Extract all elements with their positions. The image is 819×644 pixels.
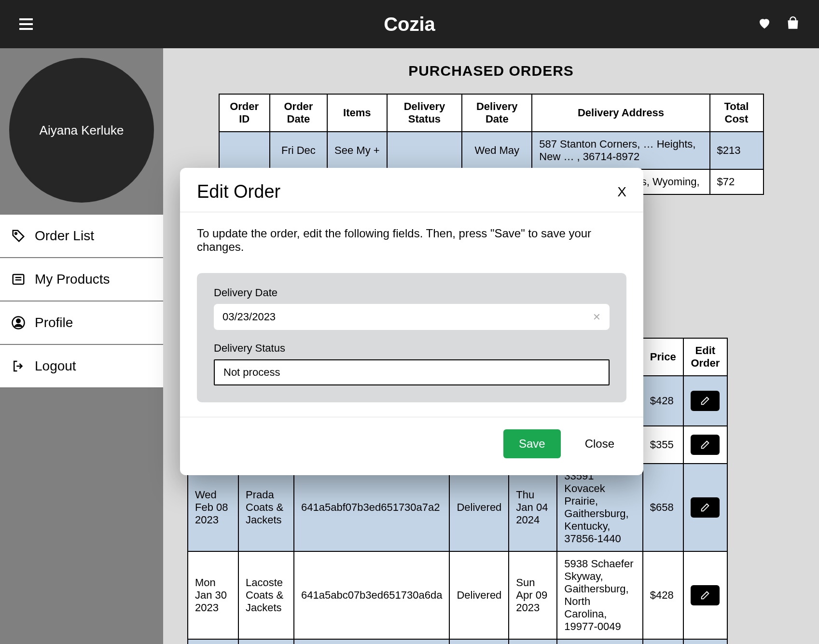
col-delivery-status: Delivery Status [387,94,462,132]
col-delivery-address: Delivery Address [532,94,709,132]
modal-description: To update the order, edit the following … [197,227,626,254]
delivery-date-label: Delivery Date [214,287,610,299]
col-price: Price [643,338,683,376]
col-delivery-date: Delivery Date [462,94,532,132]
header-icons [757,16,800,32]
shopping-bag-icon[interactable] [786,16,800,32]
col-items: Items [327,94,387,132]
col-edit-order: Edit Order [683,338,727,376]
delivery-date-input[interactable] [222,311,593,323]
user-name: Aiyana Kerluke [40,123,124,138]
edit-order-form: Delivery Date ✕ Delivery Status [197,273,626,402]
edit-order-button[interactable] [691,435,720,455]
sidebar-item-my-products[interactable]: My Products [0,258,163,301]
svg-point-0 [15,233,17,234]
edit-order-modal: Edit Order X To update the order, edit t… [180,168,643,475]
table-row: Wed Feb 08 2023 Prada Coats & Jackets 64… [188,464,727,551]
col-order-id: Order ID [219,94,270,132]
tag-icon [11,228,26,244]
nav-label: Order List [35,228,94,244]
svg-point-5 [16,319,20,323]
col-order-date: Order Date [270,94,327,132]
sidebar-item-profile[interactable]: Profile [0,301,163,345]
nav-label: Logout [35,358,76,374]
nav-label: My Products [35,272,110,287]
user-avatar: Aiyana Kerluke [9,58,154,203]
table-row: Mon Jan 30 2023 Lacoste Coats & Jackets … [188,551,727,639]
sidebar-item-order-list[interactable]: Order List [0,215,163,258]
edit-order-button[interactable] [691,585,720,605]
heart-icon[interactable] [757,16,772,32]
close-button[interactable]: Close [575,429,624,458]
clear-date-icon[interactable]: ✕ [593,311,601,323]
table-row: Mon Mar 28 2022 Prada Coats & Jackets 64… [188,639,727,644]
sidebar-item-logout[interactable]: Logout [0,345,163,388]
sidebar: Aiyana Kerluke Order List My Products [0,48,163,644]
modal-title: Edit Order [197,181,280,202]
user-icon [11,315,26,330]
col-total-cost: Total Cost [710,94,763,132]
delivery-date-field[interactable]: ✕ [214,304,610,330]
modal-close-x[interactable]: X [617,184,626,200]
edit-order-button[interactable] [691,497,720,518]
delivery-status-label: Delivery Status [214,342,610,355]
logout-icon [11,358,26,374]
hamburger-menu-icon[interactable] [19,18,33,30]
save-button[interactable]: Save [503,429,561,458]
app-header: Cozia [0,0,819,48]
delivery-status-input[interactable] [214,359,610,385]
edit-order-button[interactable] [691,391,720,411]
table-row: Fri Dec See My + Wed May 587 Stanton Cor… [219,132,763,169]
purchased-orders-title: PURCHASED ORDERS [187,63,795,79]
list-icon [11,272,26,287]
nav-label: Profile [35,315,73,330]
brand-title: Cozia [384,14,435,35]
